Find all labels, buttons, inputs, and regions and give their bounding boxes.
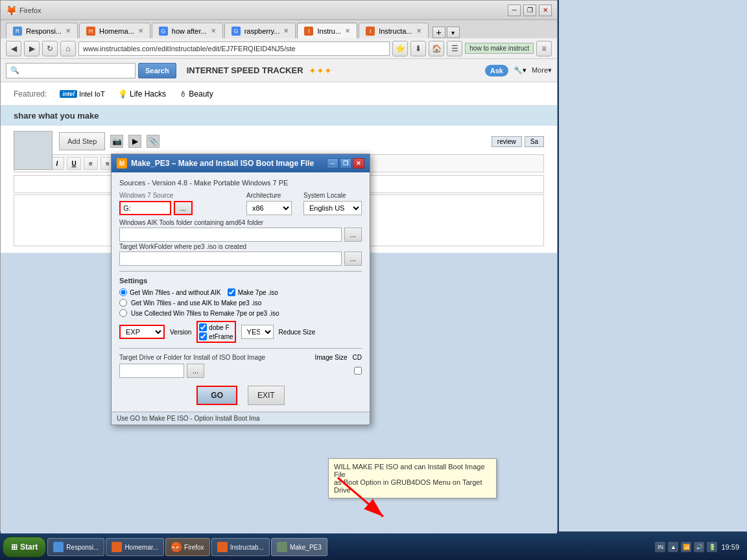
- tab-instru-active[interactable]: I Instru... ✕: [297, 23, 357, 38]
- save-button[interactable]: Sa: [525, 136, 544, 147]
- system-tray: IN ▲ 📶 🔊 🔋 19:59: [650, 542, 744, 552]
- taskbar-item-responsib[interactable]: Responsi...: [47, 538, 104, 556]
- drive-browse-button[interactable]: ...: [174, 201, 193, 215]
- exit-button[interactable]: EXIT: [248, 386, 285, 405]
- target-drive-browse-button[interactable]: ...: [187, 364, 204, 378]
- tab-responsib[interactable]: R Responsi... ✕: [6, 23, 78, 38]
- underline-button[interactable]: U: [67, 157, 81, 170]
- attach-icon[interactable]: 📎: [147, 135, 160, 148]
- dialog-minimize-button[interactable]: ─: [327, 158, 338, 169]
- radio-get-win7-without-aik[interactable]: [119, 288, 127, 296]
- bookmark-link[interactable]: how to make instruct: [465, 43, 534, 54]
- sources-section: Sources - Version 4.8 - Make Portable Wi…: [119, 179, 362, 266]
- dialog-title-controls: ─ ❐ ✕: [327, 158, 364, 169]
- browser-icon: 🦊: [6, 5, 17, 16]
- search-button[interactable]: Search: [138, 63, 176, 78]
- image-size-group: Image Size CD: [315, 354, 362, 361]
- minimize-button[interactable]: ─: [508, 5, 521, 16]
- toolbar-title: INTERNET SPEED TRACKER: [187, 65, 303, 75]
- wrench-tools[interactable]: 🔧▾: [514, 66, 527, 75]
- list-tabs-button[interactable]: ▾: [447, 27, 460, 38]
- close-button[interactable]: ✕: [539, 5, 552, 16]
- tray-icon-2: ▲: [668, 542, 678, 552]
- featured-label: Featured:: [14, 89, 47, 99]
- exp-row: EXP Version dobe F etFrame: [119, 321, 362, 343]
- taskbar-icon-responsib: [53, 542, 64, 552]
- refresh-button[interactable]: ↻: [42, 41, 58, 56]
- target-folder-input[interactable]: C:\Make_PE3\win7pe_x86\winpe3_x86: [119, 251, 342, 266]
- add-step-button[interactable]: Add Step: [59, 132, 105, 150]
- tab-icon-instructa: I: [366, 27, 375, 36]
- radio-get-win7-use-aik[interactable]: [119, 299, 127, 307]
- tab-bar: R Responsi... ✕ H Homema... ✕ G how afte…: [1, 20, 557, 38]
- restore-button[interactable]: ❐: [523, 5, 536, 16]
- more-button[interactable]: More▾: [532, 66, 552, 75]
- close-tab-how-after[interactable]: ✕: [211, 27, 216, 34]
- start-button[interactable]: ⊞ Start: [3, 537, 46, 557]
- bookmark-btn[interactable]: ⭐: [392, 41, 408, 56]
- settings-section: Settings Get Win 7files - and without AI…: [119, 277, 362, 343]
- target-folder-section: Target WorkFolder where pe3 .iso is crea…: [119, 243, 362, 266]
- title-bar: 🦊 Firefox ─ ❐ ✕: [1, 1, 557, 20]
- home-button[interactable]: ⌂: [60, 41, 76, 56]
- secondary-panel: [559, 0, 747, 531]
- tab-icon-raspberry: G: [231, 27, 241, 36]
- target-drive-input[interactable]: [119, 364, 184, 378]
- close-tab-instru-active[interactable]: ✕: [345, 27, 350, 34]
- architecture-select[interactable]: x86 x64: [246, 201, 292, 215]
- target-drive-label: Target Drive or Folder for Install of IS…: [119, 354, 265, 361]
- close-tab-responsib[interactable]: ✕: [65, 27, 71, 34]
- tab-instructa[interactable]: I Instructa... ✕: [359, 23, 428, 38]
- dialog-close-button[interactable]: ✕: [353, 158, 364, 169]
- home2-btn[interactable]: 🏠: [429, 41, 444, 56]
- address-bar[interactable]: www.instructables.com/editInstructable/e…: [78, 41, 390, 56]
- beauty-item: 🕯 Beauty: [179, 89, 213, 99]
- target-folder-browse-button[interactable]: ...: [344, 251, 362, 266]
- close-tab-raspberry[interactable]: ✕: [283, 27, 289, 34]
- tab-raspberry[interactable]: G raspberry... ✕: [224, 23, 296, 38]
- search-input[interactable]: [6, 63, 136, 78]
- close-tab-homema[interactable]: ✕: [138, 27, 143, 34]
- download-btn[interactable]: ⬇: [410, 41, 426, 56]
- locale-select[interactable]: English US: [303, 201, 362, 215]
- ask-button[interactable]: Ask: [485, 65, 508, 76]
- adobe-checkbox[interactable]: [199, 323, 207, 331]
- arch-label: Architecture: [246, 192, 281, 199]
- close-tab-instructa[interactable]: ✕: [416, 27, 421, 34]
- new-tab-button[interactable]: +: [433, 27, 445, 38]
- taskbar-item-homemar[interactable]: Homemar...: [106, 538, 164, 556]
- exp-select[interactable]: EXP: [119, 325, 165, 339]
- taskbar-item-firefox[interactable]: 🦊 Firefox: [165, 538, 210, 556]
- aik-tools-browse-button[interactable]: ...: [344, 228, 362, 242]
- tab-icon-responsib: R: [13, 27, 22, 36]
- camera-icon[interactable]: 📷: [110, 135, 123, 148]
- video-icon[interactable]: ▶: [128, 135, 141, 148]
- version-label: Version: [170, 329, 191, 336]
- yes-select[interactable]: YES NO: [241, 325, 274, 339]
- tools-btn[interactable]: ☰: [447, 41, 462, 56]
- tab-how-after[interactable]: G how after... ✕: [152, 23, 223, 38]
- tray-icon-network: 📶: [681, 542, 691, 552]
- menu-button[interactable]: ≡: [536, 41, 552, 56]
- go-button[interactable]: GO: [196, 386, 237, 405]
- tab-homema[interactable]: H Homema... ✕: [79, 23, 150, 38]
- list-ul-button[interactable]: ≡: [84, 157, 98, 170]
- netframe-checkbox[interactable]: [199, 332, 207, 340]
- cd-checkbox[interactable]: [354, 367, 362, 375]
- tray-icon-1: IN: [655, 542, 665, 552]
- preview-button[interactable]: review: [492, 136, 522, 147]
- make-7pe-checkbox[interactable]: [228, 288, 235, 296]
- back-button[interactable]: ◀: [6, 41, 21, 56]
- aik-tools-input[interactable]: [119, 228, 342, 242]
- taskbar-item-instructab[interactable]: Instructab...: [211, 538, 270, 556]
- reduce-size-label: Reduce Size: [279, 329, 316, 336]
- forward-button[interactable]: ▶: [24, 41, 40, 56]
- dialog-title-bar: M Make_PE3 – Make and Install ISO Boot I…: [112, 154, 370, 172]
- radio-use-collected-win7[interactable]: [119, 309, 127, 317]
- tooltip-text: WILL MAKE PE ISO and can Install Boot Im…: [334, 463, 485, 494]
- dialog-restore-button[interactable]: ❐: [340, 158, 351, 169]
- taskbar-item-make-pe3[interactable]: Make_PE3: [271, 538, 327, 556]
- tab-label-raspberry: raspberry...: [244, 27, 280, 35]
- adobe-label: dobe F: [209, 324, 229, 331]
- drive-input[interactable]: [119, 201, 171, 215]
